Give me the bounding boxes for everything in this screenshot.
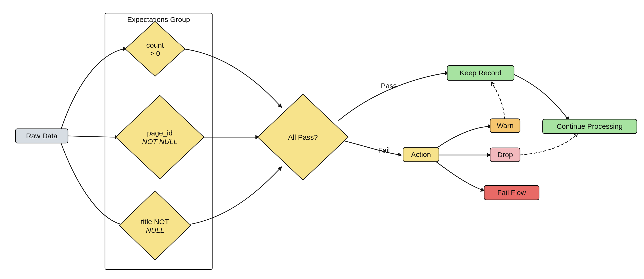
edge-keeprecord-to-continue <box>513 74 569 120</box>
edge-drop-to-continue <box>520 134 577 155</box>
svg-text:Continue Processing: Continue Processing <box>557 122 623 130</box>
edge-count-to-allpass <box>184 49 282 107</box>
svg-text:Action: Action <box>411 150 431 158</box>
svg-text:NOT NULL: NOT NULL <box>142 138 178 146</box>
node-continue-processing: Continue Processing <box>543 119 637 134</box>
node-fail-flow: Fail Flow <box>484 186 539 200</box>
node-drop: Drop <box>490 148 520 162</box>
edge-warn-to-keeprecord <box>491 82 504 119</box>
svg-text:Fail Flow: Fail Flow <box>497 188 526 196</box>
svg-text:Drop: Drop <box>497 151 513 158</box>
svg-text:Keep Record: Keep Record <box>460 69 501 77</box>
node-all-pass: All Pass? <box>258 94 348 180</box>
node-action: Action <box>403 147 439 162</box>
edge-label-fail: Fail <box>378 146 390 154</box>
node-keep-record: Keep Record <box>447 66 514 80</box>
svg-text:page_id: page_id <box>147 129 173 137</box>
edge-rawdata-to-count <box>61 48 126 130</box>
svg-text:Expectations Group: Expectations Group <box>127 16 190 23</box>
svg-text:count: count <box>146 41 164 49</box>
svg-text:title NOT: title NOT <box>141 218 169 226</box>
node-exp-title: title NOT NULL <box>119 191 191 260</box>
svg-text:NULL: NULL <box>146 226 164 234</box>
edge-rawdata-to-title <box>61 142 126 225</box>
edge-allpass-to-keeprecord <box>339 73 448 120</box>
svg-text:Raw Data: Raw Data <box>26 132 58 140</box>
edge-title-to-allpass <box>184 167 282 225</box>
node-exp-count: count > 0 <box>125 22 185 76</box>
edge-action-to-failflow <box>433 159 484 191</box>
node-exp-pageid: page_id NOT NULL <box>116 96 204 179</box>
svg-text:Warn: Warn <box>497 122 514 130</box>
edge-label-pass: Pass <box>381 82 397 90</box>
node-warn: Warn <box>490 119 520 132</box>
svg-text:> 0: > 0 <box>150 49 160 57</box>
edge-rawdata-to-pageid <box>68 136 118 137</box>
diagram-canvas: Pass Fail Keep Record (upwards) --> Cont… <box>0 0 644 279</box>
edge-action-to-warn <box>433 126 491 151</box>
svg-text:All Pass?: All Pass? <box>288 133 318 141</box>
node-raw-data: Raw Data <box>16 129 68 143</box>
edge-allpass-to-action <box>344 141 401 155</box>
